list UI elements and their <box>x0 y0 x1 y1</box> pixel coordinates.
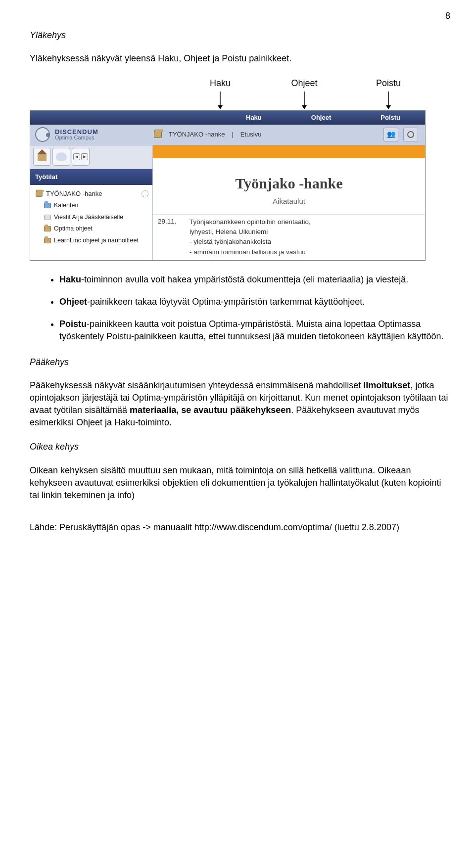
briefcase-icon <box>36 191 43 197</box>
oikea-para: Oikean kehyksen sisältö muuttuu sen muka… <box>30 464 450 502</box>
sidebar: ◄► Työtilat TYÖNJAKO -hanke Kalenteri <box>30 145 153 260</box>
page-title: Työnjako -hanke <box>158 173 420 194</box>
midbar: DISCENDUM Optima Campus TYÖNJAKO -hanke … <box>30 125 425 145</box>
tree-item[interactable]: LearnLinc ohjeet ja nauhoitteet <box>35 235 148 247</box>
section-title-paakehys: Pääkehys <box>30 356 450 368</box>
brain-icon[interactable] <box>52 148 70 166</box>
bullet-text: -toiminnon avulla voit hakea ympäristöst… <box>81 274 408 284</box>
label-haku: Haku <box>178 77 262 90</box>
text-bold: ilmoitukset <box>363 380 410 390</box>
users-icon[interactable]: 👥 <box>383 128 398 141</box>
logo: DISCENDUM Optima Campus <box>30 127 154 142</box>
arrow-down-icon <box>262 91 346 109</box>
row-date: 29.11. <box>158 217 184 257</box>
bullet-prefix: Ohjeet <box>59 297 87 307</box>
text-span: Pääkehyksessä näkyvät sisäänkirjautumise… <box>30 380 363 390</box>
row-content: Työnjakohankkeen opintoihin orientaatio,… <box>190 217 422 257</box>
arrow-down-icon <box>346 91 430 109</box>
schedule-table: 29.11. Työnjakohankkeen opintoihin orien… <box>153 214 425 260</box>
arrow-down-icon <box>178 91 262 109</box>
pointer-arrows <box>178 91 450 109</box>
topbar-ohjeet-link[interactable]: Ohjeet <box>311 113 331 122</box>
row-line: lyhyesti, Helena Ulkuniemi <box>190 227 422 237</box>
text-bold: materiaalia, se avautuu pääkehykseen <box>130 405 291 415</box>
topbar: Haku Ohjeet Poistu <box>30 111 425 125</box>
row-line: Työnjakohankkeen opintoihin orientaatio, <box>190 217 422 227</box>
briefcase-icon <box>154 131 162 138</box>
logo-line2: Optima Campus <box>55 135 98 141</box>
folder-icon <box>44 203 51 208</box>
breadcrumb-item[interactable]: Etusivu <box>240 130 262 139</box>
tree-label: TYÖNJAKO -hanke <box>46 189 102 198</box>
row-line: - yleistä työnjakohankkeista <box>190 237 422 247</box>
label-poistu: Poistu <box>346 77 430 90</box>
svg-marker-3 <box>302 105 307 109</box>
folder-icon <box>44 238 51 243</box>
bullet-prefix: Haku <box>59 274 81 284</box>
tree-item[interactable]: Optima ohjeet <box>35 223 148 235</box>
svg-marker-1 <box>218 105 223 109</box>
ylakehys-intro: Yläkehyksessä näkyvät yleensä Haku, Ohje… <box>30 52 450 65</box>
breadcrumb-sep: | <box>232 130 233 139</box>
settings-icon[interactable] <box>403 128 418 141</box>
bullet-item: Poistu-painikkeen kautta voit poistua Op… <box>59 318 450 343</box>
breadcrumb: TYÖNJAKO -hanke | Etusivu <box>154 130 383 139</box>
table-row: 29.11. Työnjakohankkeen opintoihin orien… <box>153 215 425 260</box>
paakehys-para: Pääkehyksessä näkyvät sisäänkirjautumise… <box>30 379 450 429</box>
page-subtitle: Aikataulut <box>153 196 425 206</box>
row-line: - ammatin toiminnan laillisuus ja vastuu <box>190 247 422 257</box>
bullet-text: -painikkeen takaa löytyvät Optima-ympäri… <box>87 297 365 307</box>
bullet-item: Ohjeet-painikkeen takaa löytyvät Optima-… <box>59 296 450 308</box>
breadcrumb-item[interactable]: TYÖNJAKO -hanke <box>169 130 225 139</box>
bullet-text: -painikkeen kautta voit poistua Optima-y… <box>59 319 443 341</box>
logo-line1: DISCENDUM <box>55 129 98 136</box>
label-ohjeet: Ohjeet <box>262 77 346 90</box>
tree-label: Viestit Arja Jääskeläiselle <box>54 213 123 222</box>
topbar-haku-link[interactable]: Haku <box>246 113 262 122</box>
section-title-ylakehys: Yläkehys <box>30 29 450 42</box>
svg-marker-5 <box>386 105 391 109</box>
tree-item[interactable]: Kalenteri <box>35 200 148 212</box>
tree-label: Optima ohjeet <box>54 225 93 233</box>
orange-bar <box>153 145 425 158</box>
bullet-prefix: Poistu <box>59 319 87 329</box>
source-line: Lähde: Peruskäyttäjän opas -> manuaalit … <box>30 521 450 534</box>
folder-icon <box>44 226 51 231</box>
optima-screenshot: Haku Ohjeet Poistu DISCENDUM Optima Camp… <box>30 110 426 261</box>
tree-item[interactable]: TYÖNJAKO -hanke <box>35 188 148 200</box>
tree-label: Kalenteri <box>54 201 78 210</box>
page-number: 8 <box>30 10 450 22</box>
home-icon[interactable] <box>33 148 51 166</box>
gear-icon[interactable] <box>142 190 148 197</box>
section-title-oikea: Oikea kehys <box>30 441 450 453</box>
topbar-poistu-link[interactable]: Poistu <box>380 113 400 122</box>
bullet-item: Haku-toiminnon avulla voit hakea ympäris… <box>59 274 450 286</box>
main-frame: Työnjako -hanke Aikataulut 29.11. Työnja… <box>153 145 425 260</box>
message-icon <box>44 215 51 220</box>
tree-label: LearnLinc ohjeet ja nauhoitteet <box>54 236 139 245</box>
tree-item[interactable]: Viestit Arja Jääskeläiselle <box>35 212 148 224</box>
logo-icon <box>35 127 50 142</box>
bullet-list: Haku-toiminnon avulla voit hakea ympäris… <box>30 274 450 343</box>
nav-arrows-icon[interactable]: ◄► <box>72 148 90 166</box>
pointer-labels: Haku Ohjeet Poistu <box>178 77 450 90</box>
sidebar-header: Työtilat <box>30 169 152 185</box>
